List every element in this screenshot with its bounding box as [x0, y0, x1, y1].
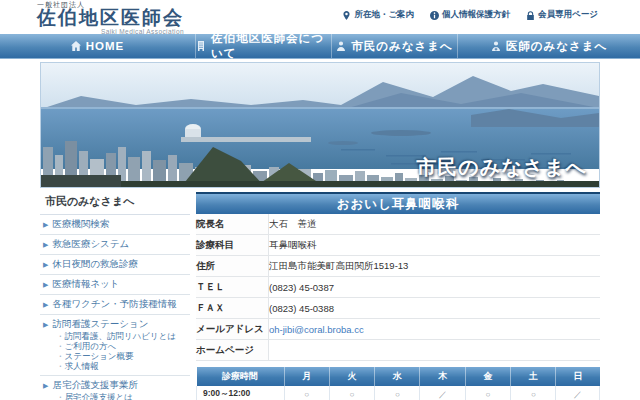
sidebar-item-emergency-system[interactable]: ▶救急医療システム	[40, 235, 190, 255]
sidebar-item-holiday-night-care[interactable]: ▶休日夜間の救急診療	[40, 255, 190, 275]
privacy-policy-link[interactable]: 個人情報保護方針	[430, 9, 510, 21]
person-icon	[336, 41, 346, 51]
row-label: 住所	[196, 256, 269, 277]
info-icon	[430, 11, 439, 20]
schedule-time-slot: 9:00～12:00	[197, 386, 285, 400]
doctor-icon	[491, 41, 501, 51]
table-row: 院長名 大石 善道	[196, 214, 600, 235]
sidebar-subitem-about-home-care[interactable]: 居宅介護支援とは	[56, 392, 190, 400]
main-nav: HOME 佐伯地区医師会について 市民のみなさまへ 医師のみなさまへ	[0, 34, 640, 59]
sidebar-item-label: 休日夜間の救急診療	[52, 258, 138, 269]
mark-sat: ○	[531, 390, 536, 399]
sidebar-menu: ▶医療機関検索 ▶救急医療システム ▶休日夜間の救急診療 ▶医療情報ネット ▶各…	[40, 214, 190, 400]
mark-wed: ○	[395, 390, 400, 399]
map-pin-icon	[342, 11, 351, 20]
nav-home[interactable]: HOME	[0, 34, 195, 58]
nav-about-label: 佐伯地区医師会について	[211, 31, 331, 61]
address-value: 江田島市能美町高田関所1519-13	[269, 256, 601, 277]
mark-tue: ○	[350, 390, 355, 399]
schedule-header-sun: 日	[556, 367, 600, 386]
nav-about[interactable]: 佐伯地区医師会について	[195, 34, 331, 58]
schedule-header-mon: 月	[284, 367, 329, 386]
sidebar-subitem-station-overview[interactable]: ステーション概要	[56, 351, 190, 361]
sidebar-subitems: 居宅介護支援とは 事業所概要 求人情報	[56, 392, 190, 400]
site-logo[interactable]: 一般社団法人 佐伯地区医師会 Saiki Medical Association	[37, 1, 184, 36]
sidebar: 市民のみなさまへ ▶医療機関検索 ▶救急医療システム ▶休日夜間の救急診療 ▶医…	[40, 192, 190, 400]
schedule-header-thu: 木	[420, 367, 465, 386]
sidebar-item-vaccine-info[interactable]: ▶各種ワクチン・予防接種情報	[40, 295, 190, 315]
nav-citizens[interactable]: 市民のみなさまへ	[331, 34, 457, 58]
members-page-link-label: 会員専用ページ	[538, 9, 598, 21]
row-label: 診療科目	[196, 235, 269, 256]
table-row: 診療科目 耳鼻咽喉科	[196, 235, 600, 256]
table-row: メールアドレス oh-jibi@coral.broba.cc	[196, 319, 600, 340]
location-link[interactable]: 所在地・ご案内	[342, 9, 414, 21]
schedule-header-wed: 水	[375, 367, 420, 386]
sidebar-item-label: 訪問看護ステーション	[52, 318, 148, 329]
sidebar-title: 市民のみなさまへ	[40, 192, 190, 214]
home-icon	[71, 41, 81, 51]
arrow-icon: ▶	[43, 279, 48, 290]
sidebar-item-home-care-office[interactable]: ▶居宅介護支援事業所	[43, 379, 190, 391]
department-value: 耳鼻咽喉科	[269, 235, 601, 256]
email-link[interactable]: oh-jibi@coral.broba.cc	[269, 324, 364, 335]
mark-thu: ／	[439, 390, 447, 399]
sidebar-item-label: 救急医療システム	[52, 238, 129, 249]
sidebar-subitem-for-users[interactable]: ご利用の方へ	[56, 341, 190, 351]
sidebar-subitem-about-visiting-nurse[interactable]: 訪問看護、訪問リハビリとは	[56, 331, 190, 341]
sidebar-group-visiting-nurse: ▶訪問看護ステーション 訪問看護、訪問リハビリとは ご利用の方へ ステーション概…	[40, 315, 190, 376]
homepage-value	[269, 340, 601, 361]
mark-mon: ○	[304, 390, 309, 399]
schedule-header-time: 診療時間	[197, 367, 285, 386]
sidebar-group-home-care: ▶居宅介護支援事業所 居宅介護支援とは 事業所概要 求人情報	[40, 376, 190, 400]
arrow-icon: ▶	[43, 239, 48, 250]
table-row: 住所 江田島市能美町高田関所1519-13	[196, 256, 600, 277]
schedule-row-morning: 9:00～12:00 ○ ○ ○ ／ ○ ○ ／	[197, 386, 600, 400]
privacy-policy-link-label: 個人情報保護方針	[442, 9, 510, 21]
hero-banner: 市民のみなさまへ	[40, 62, 600, 188]
site-header: 一般社団法人 佐伯地区医師会 Saiki Medical Association…	[0, 0, 640, 34]
tel-value: (0823) 45-0387	[269, 277, 601, 298]
hero-caption: 市民のみなさまへ	[416, 154, 587, 181]
sidebar-item-medical-info-net[interactable]: ▶医療情報ネット	[40, 275, 190, 295]
utility-links: 所在地・ご案内 個人情報保護方針 会員専用ページ	[342, 9, 598, 21]
sidebar-item-visiting-nurse-station[interactable]: ▶訪問看護ステーション	[43, 318, 190, 330]
sidebar-subitem-jobs[interactable]: 求人情報	[56, 361, 190, 371]
row-label: メールアドレス	[196, 319, 269, 340]
nav-doctors-label: 医師のみなさまへ	[506, 39, 608, 54]
arrow-icon: ▶	[43, 319, 48, 330]
sidebar-item-label: 居宅介護支援事業所	[52, 379, 138, 390]
members-page-link[interactable]: 会員専用ページ	[526, 9, 598, 21]
arrow-icon: ▶	[43, 219, 48, 230]
sidebar-item-medical-search[interactable]: ▶医療機関検索	[40, 215, 190, 235]
arrow-icon: ▶	[43, 259, 48, 270]
clinic-info-table: 院長名 大石 善道 診療科目 耳鼻咽喉科 住所 江田島市能美町高田関所1519-…	[196, 214, 600, 361]
lock-icon	[526, 11, 535, 20]
location-link-label: 所在地・ご案内	[354, 9, 414, 21]
row-label: ＦＡＸ	[196, 298, 269, 319]
clinic-detail-panel: おおいし耳鼻咽喉科 院長名 大石 善道 診療科目 耳鼻咽喉科 住所 江田島市能美…	[196, 192, 600, 400]
row-label: 院長名	[196, 214, 269, 235]
director-name-value: 大石 善道	[269, 214, 601, 235]
schedule-header-tue: 火	[329, 367, 374, 386]
mark-fri: ○	[486, 390, 491, 399]
nav-doctors[interactable]: 医師のみなさまへ	[457, 34, 640, 58]
table-row: ＦＡＸ (0823) 45-0388	[196, 298, 600, 319]
schedule-header-sat: 土	[511, 367, 556, 386]
sidebar-subitems: 訪問看護、訪問リハビリとは ご利用の方へ ステーション概要 求人情報	[56, 331, 190, 371]
arrow-icon: ▶	[43, 380, 48, 391]
building-icon	[196, 41, 206, 51]
mark-sun: ／	[574, 390, 582, 399]
content-area: 市民のみなさまへ ▶医療機関検索 ▶救急医療システム ▶休日夜間の救急診療 ▶医…	[40, 192, 600, 400]
table-row: ホームページ	[196, 340, 600, 361]
nav-home-label: HOME	[86, 40, 125, 52]
row-label: ホームページ	[196, 340, 269, 361]
arrow-icon: ▶	[43, 299, 48, 310]
sidebar-item-label: 医療機関検索	[52, 218, 109, 229]
sidebar-item-label: 医療情報ネット	[52, 278, 119, 289]
nav-citizens-label: 市民のみなさまへ	[351, 39, 453, 54]
row-label: ＴＥＬ	[196, 277, 269, 298]
site-subtitle: Saiki Medical Association	[37, 29, 184, 36]
schedule-header-row: 診療時間 月 火 水 木 金 土 日	[197, 367, 600, 386]
fax-value: (0823) 45-0388	[269, 298, 601, 319]
